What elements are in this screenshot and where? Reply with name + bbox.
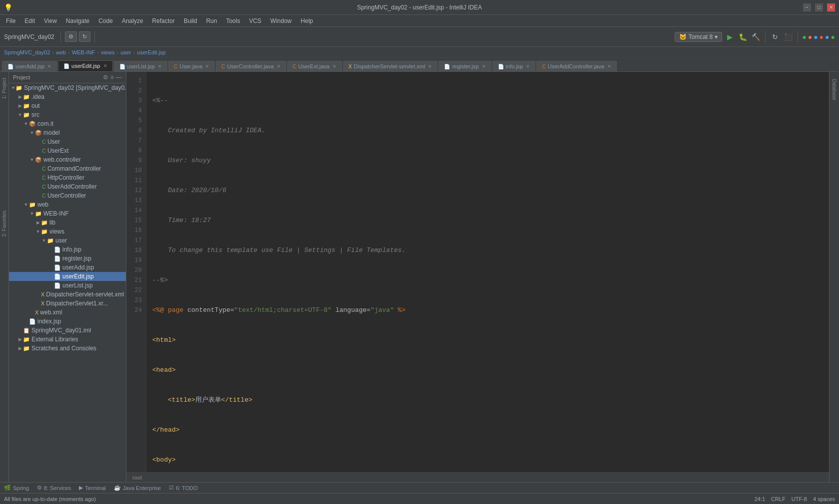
menu-item-edit[interactable]: Edit (20, 16, 39, 25)
cursor-position[interactable]: 24:1 (755, 496, 765, 502)
chrome-icon[interactable]: ● (802, 33, 806, 41)
tree-item-dispatcher1-xml[interactable]: X DispatcherServlet1.xr... (9, 299, 126, 308)
tab-usercontroller[interactable]: C UserController.java ✕ (216, 61, 286, 71)
tab-useredit-close[interactable]: ✕ (103, 63, 107, 68)
bottom-todo[interactable]: ☑ 6: TODO (169, 485, 198, 491)
maximize-button[interactable]: □ (815, 3, 823, 11)
tab-useraddcontroller-close[interactable]: ✕ (607, 64, 611, 69)
tab-useraddcontroller[interactable]: C UserAddController.java ✕ (536, 61, 616, 71)
tab-user-java-close[interactable]: ✕ (205, 64, 209, 69)
tree-item-lib[interactable]: ▶ 📁 lib (9, 218, 126, 227)
menu-item-analyze[interactable]: Analyze (118, 16, 147, 25)
bottom-javaenterprise[interactable]: ☕ Java Enterprise (114, 485, 161, 491)
sidebar-icon-minimize[interactable]: — (116, 74, 122, 81)
tree-item-webcontroller[interactable]: ▼ 📦 web.controller (9, 155, 126, 164)
tree-item-src[interactable]: ▼ 📁 src (9, 110, 126, 119)
code-editor[interactable]: 1 2 3 4 5 6 7 8 9 10 11 12 13 14 15 16 1… (126, 72, 829, 472)
debug-button[interactable]: 🐛 (737, 31, 748, 42)
tree-item-useradd-jsp[interactable]: 📄 userAdd.jsp (9, 263, 126, 272)
tree-item-userlist-jsp[interactable]: 📄 userList.jsp (9, 281, 126, 290)
breadcrumb-part-4[interactable]: views (101, 49, 115, 55)
tab-info[interactable]: 📄 info.jsp ✕ (492, 61, 536, 71)
encoding[interactable]: UTF-8 (792, 496, 807, 502)
tree-item-userext-class[interactable]: C UserExt (9, 146, 126, 155)
bottom-spring[interactable]: 🌿 Spring (4, 485, 29, 491)
tab-useradd-close[interactable]: ✕ (47, 64, 51, 69)
tree-item-user-class[interactable]: C User (9, 137, 126, 146)
tree-item-scratches[interactable]: ▶ 📁 Scratches and Consoles (9, 344, 126, 353)
menu-item-run[interactable]: Run (202, 16, 221, 25)
tree-item-extlibs[interactable]: ▶ 📁 External Libraries (9, 335, 126, 344)
tree-item-register-jsp[interactable]: 📄 register.jsp (9, 254, 126, 263)
menu-item-navigate[interactable]: Navigate (62, 16, 93, 25)
tab-userlist[interactable]: 📄 userList.jsp ✕ (114, 61, 168, 71)
tab-userlist-close[interactable]: ✕ (158, 64, 162, 69)
menu-item-window[interactable]: Window (266, 16, 296, 25)
stop-button[interactable]: ⬛ (783, 31, 794, 42)
close-button[interactable]: ✕ (827, 3, 835, 11)
menu-item-view[interactable]: View (40, 16, 61, 25)
tab-register-close[interactable]: ✕ (482, 64, 486, 69)
menu-item-vcs[interactable]: VCS (245, 16, 266, 25)
menu-item-file[interactable]: File (2, 16, 19, 25)
tab-info-close[interactable]: ✕ (526, 64, 530, 69)
tree-item-user-folder[interactable]: ▼ 📁 user (9, 236, 126, 245)
left-tab-favorites[interactable]: 2: Favorites (0, 209, 8, 239)
tree-item-web[interactable]: ▼ 📁 web (9, 200, 126, 209)
tab-usercontroller-close[interactable]: ✕ (277, 64, 281, 69)
tree-item-model[interactable]: ▼ 📦 model (9, 128, 126, 137)
minimize-button[interactable]: − (803, 3, 811, 11)
settings-button[interactable]: ⚙ (65, 31, 77, 42)
tree-item-useredit-jsp[interactable]: 📄 userEdit.jsp (9, 272, 126, 281)
bottom-terminal[interactable]: ▶ Terminal (79, 485, 106, 491)
window-controls[interactable]: − □ ✕ (803, 3, 835, 11)
breadcrumb-part-6[interactable]: userEdit.jsp (137, 49, 165, 55)
firefox-icon[interactable]: ● (808, 33, 812, 41)
tree-item-usercontroller-tree[interactable]: C UserController (9, 191, 126, 200)
tab-user-java[interactable]: C User.java ✕ (168, 61, 215, 71)
tree-item-root[interactable]: ▼ 📁 SpringMVC_day02 [SpringMVC_day0... (9, 83, 126, 92)
breadcrumb-part-1[interactable]: SpringMVC_day02 (4, 49, 50, 55)
menu-item-tools[interactable]: Tools (222, 16, 244, 25)
menu-item-code[interactable]: Code (94, 16, 117, 25)
tab-useradd[interactable]: 📄 userAdd.jsp ✕ (2, 61, 57, 71)
tomcat-selector[interactable]: 🐱 Tomcat 8 ▾ (675, 32, 723, 42)
breadcrumb-part-5[interactable]: user (120, 49, 131, 55)
opera-icon[interactable]: ● (820, 33, 824, 41)
indent[interactable]: 4 spaces (813, 496, 835, 502)
tab-dispatcher[interactable]: X DispatcherServlet-servlet.xml ✕ (343, 61, 438, 71)
update-button[interactable]: ↻ (770, 31, 781, 42)
tab-dispatcher-close[interactable]: ✕ (428, 64, 432, 69)
bottom-services[interactable]: ⚙ 8: Services (37, 485, 71, 491)
tree-item-info-jsp[interactable]: 📄 info.jsp (9, 245, 126, 254)
sync-button[interactable]: ↻ (79, 31, 90, 42)
menu-item-build[interactable]: Build (180, 16, 201, 25)
right-panel-database[interactable]: Database (831, 76, 838, 103)
safari-icon[interactable]: ● (814, 33, 818, 41)
tree-item-dispatcher-xml[interactable]: X DispatcherServlet-servlet.xml (9, 290, 126, 299)
tree-item-commandcontroller[interactable]: C CommandController (9, 164, 126, 173)
tab-userext[interactable]: C UserExt.java ✕ (287, 61, 342, 71)
tab-useredit[interactable]: 📄 userEdit.jsp ✕ (58, 60, 112, 71)
tree-item-comit[interactable]: ▼ 📦 com.it (9, 119, 126, 128)
tree-item-iml[interactable]: 📋 SpringMVC_day01.iml (9, 326, 126, 335)
sidebar-icon-1[interactable]: ⚙ (103, 74, 108, 81)
left-tab-project[interactable]: 1: Project (0, 76, 8, 101)
edge-icon[interactable]: ● (831, 33, 835, 41)
run-button[interactable]: ▶ (724, 31, 735, 42)
menu-item-refactor[interactable]: Refactor (148, 16, 179, 25)
tree-item-idea[interactable]: ▶ 📁 .idea (9, 92, 126, 101)
tree-item-views[interactable]: ▼ 📁 views (9, 227, 126, 236)
menu-item-help[interactable]: Help (297, 16, 317, 25)
code-content[interactable]: <%-- Created by IntelliJ IDEA. User: shu… (146, 72, 829, 472)
tree-item-webxml[interactable]: X web.xml (9, 308, 126, 317)
tree-item-useraddcontroller-tree[interactable]: C UserAddController (9, 182, 126, 191)
ie-icon[interactable]: ● (825, 33, 829, 41)
tree-item-indexjsp[interactable]: 📄 index.jsp (9, 317, 126, 326)
tree-item-httpcontroller[interactable]: C HttpController (9, 173, 126, 182)
breadcrumb-part-2[interactable]: web (56, 49, 66, 55)
sidebar-icon-2[interactable]: ≡ (110, 74, 114, 81)
tab-userext-close[interactable]: ✕ (333, 64, 337, 69)
tab-register[interactable]: 📄 register.jsp ✕ (438, 61, 491, 71)
tree-item-out[interactable]: ▶ 📁 out (9, 101, 126, 110)
